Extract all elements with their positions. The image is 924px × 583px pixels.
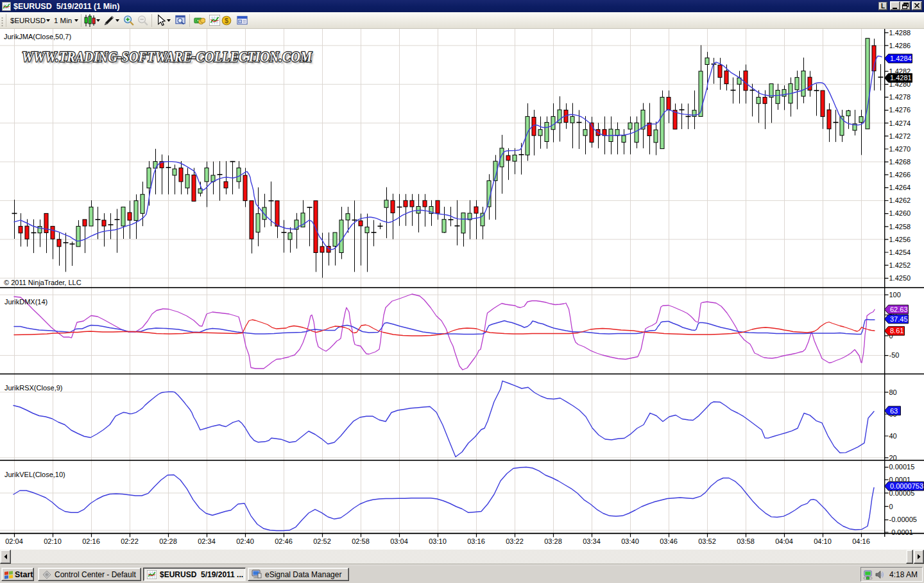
svg-text:02:40: 02:40 <box>236 537 254 545</box>
svg-text:04:04: 04:04 <box>775 537 793 545</box>
svg-text:1.4256: 1.4256 <box>889 236 911 243</box>
svg-text:80: 80 <box>889 388 897 396</box>
svg-text:02:28: 02:28 <box>159 537 177 545</box>
svg-text:1.4260: 1.4260 <box>889 209 911 217</box>
svg-text:02:16: 02:16 <box>82 537 100 545</box>
svg-text:WWW.TRADING-SOFTWARE-COLLECTIO: WWW.TRADING-SOFTWARE-COLLECTION.COM <box>22 48 312 65</box>
svg-text:0: 0 <box>889 503 893 510</box>
svg-text:02:10: 02:10 <box>44 537 62 545</box>
svg-text:1.4272: 1.4272 <box>889 132 911 140</box>
svg-text:$: $ <box>225 17 228 24</box>
svg-text:03:10: 03:10 <box>429 537 447 545</box>
svg-text:-0.0001: -0.0001 <box>889 528 913 536</box>
svg-text:04:10: 04:10 <box>814 537 832 545</box>
svg-text:03:46: 03:46 <box>660 537 678 545</box>
svg-text:JurikRSX(Close,9): JurikRSX(Close,9) <box>4 384 62 392</box>
svg-text:37.45: 37.45 <box>890 315 908 323</box>
svg-text:03:04: 03:04 <box>390 537 408 545</box>
svg-text:JurikJMA(Close,50,7): JurikJMA(Close,50,7) <box>4 33 71 40</box>
svg-text:1.4252: 1.4252 <box>889 261 911 269</box>
svg-text:02:22: 02:22 <box>121 537 139 545</box>
svg-text:© 2011 NinjaTrader, LLC: © 2011 NinjaTrader, LLC <box>4 279 81 286</box>
svg-text:03:40: 03:40 <box>621 537 639 545</box>
svg-text:03:52: 03:52 <box>698 537 716 545</box>
svg-text:1.4264: 1.4264 <box>889 184 911 191</box>
svg-text:03:58: 03:58 <box>737 537 755 545</box>
svg-text:03:22: 03:22 <box>506 537 524 545</box>
svg-text:1.4250: 1.4250 <box>889 274 911 282</box>
svg-text:02:34: 02:34 <box>198 537 216 545</box>
svg-text:JurikDMX(14): JurikDMX(14) <box>4 298 47 306</box>
svg-text:03:28: 03:28 <box>544 537 562 545</box>
svg-text:1.4281: 1.4281 <box>890 74 912 82</box>
svg-text:0.00015: 0.00015 <box>889 463 915 471</box>
svg-text:04:16: 04:16 <box>852 537 870 545</box>
svg-text:1.4278: 1.4278 <box>889 93 911 101</box>
svg-text:1.4262: 1.4262 <box>889 196 911 204</box>
svg-text:20: 20 <box>889 454 897 462</box>
svg-text:-0.00005: -0.00005 <box>889 516 917 523</box>
svg-text:1.4258: 1.4258 <box>889 223 911 231</box>
svg-text:1.4276: 1.4276 <box>889 106 911 114</box>
svg-text:02:58: 02:58 <box>352 537 370 545</box>
svg-text:1.4270: 1.4270 <box>889 145 911 153</box>
svg-text:03:34: 03:34 <box>583 537 601 545</box>
svg-text:JurikVEL(Close,10): JurikVEL(Close,10) <box>4 471 65 478</box>
svg-text:03:16: 03:16 <box>467 537 485 545</box>
svg-text:02:04: 02:04 <box>5 537 23 545</box>
svg-text:1.4254: 1.4254 <box>889 248 911 256</box>
svg-text:63: 63 <box>890 407 898 415</box>
svg-text:1.4288: 1.4288 <box>889 29 911 37</box>
svg-text:8.61: 8.61 <box>890 327 903 335</box>
svg-text:1.4268: 1.4268 <box>889 158 911 166</box>
svg-text:1.4266: 1.4266 <box>889 171 911 178</box>
svg-text:1.4286: 1.4286 <box>889 42 911 49</box>
svg-text:40: 40 <box>889 432 897 440</box>
svg-text:0.0000753: 0.0000753 <box>890 482 923 490</box>
svg-text:-50: -50 <box>889 351 900 359</box>
svg-text:1.4274: 1.4274 <box>889 119 911 127</box>
svg-text:100: 100 <box>889 291 901 299</box>
svg-text:62.63: 62.63 <box>890 306 908 313</box>
svg-text:02:52: 02:52 <box>313 537 331 545</box>
svg-text:1.4284: 1.4284 <box>890 55 912 62</box>
svg-text:02:46: 02:46 <box>275 537 293 545</box>
